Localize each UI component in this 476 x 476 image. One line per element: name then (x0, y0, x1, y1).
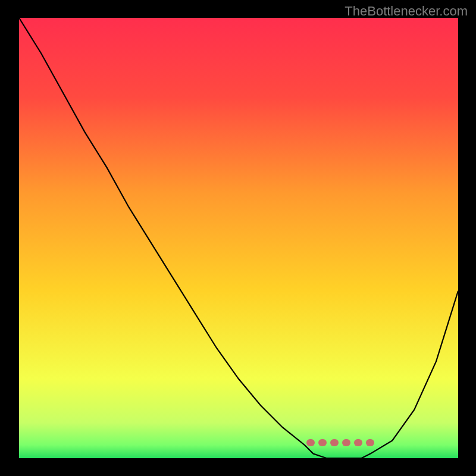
plot-area (19, 18, 458, 458)
dash-segment (366, 439, 374, 446)
optimal-range-marker (306, 439, 377, 447)
dash-segment (330, 439, 339, 446)
dash-segment (342, 439, 350, 446)
source-watermark: TheBottlenecker.com (345, 4, 468, 19)
bottleneck-curve (19, 18, 458, 458)
chart-container: TheBottlenecker.com (0, 0, 476, 476)
dash-segment (306, 439, 315, 446)
dash-segment (318, 439, 327, 446)
dash-segment (354, 439, 362, 446)
